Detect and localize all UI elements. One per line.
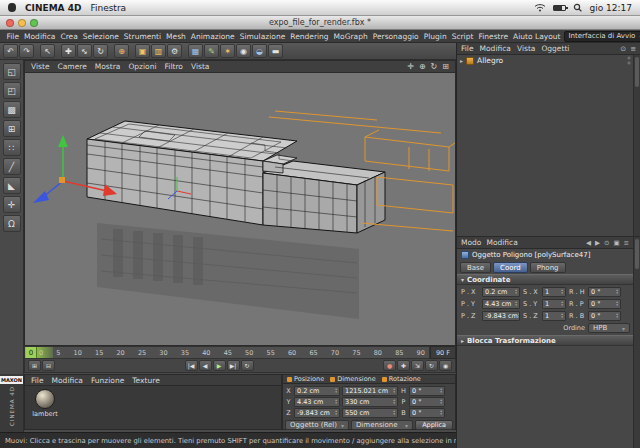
orbit-view-icon[interactable]: ↻ — [431, 62, 438, 71]
menu-animazione[interactable]: Animazione — [188, 32, 237, 41]
om-scrollbar[interactable] — [633, 55, 640, 236]
texture-mode-button[interactable]: ▩ — [3, 101, 21, 118]
attr-rb-field[interactable]: 0 ° — [588, 311, 621, 321]
rotation-b-field[interactable]: 0 ° — [409, 408, 445, 418]
position-x-field[interactable]: 0.2 cm — [294, 386, 340, 396]
redo-button[interactable]: ↷ — [19, 44, 34, 58]
attr-sy-field[interactable]: 1 — [542, 299, 566, 309]
rotation-p-field[interactable]: 0 ° — [409, 397, 445, 407]
menu-icon[interactable]: ≡ — [624, 239, 629, 247]
section-coordinate[interactable]: ▾ Coordinate — [457, 274, 640, 285]
timeline-playhead[interactable]: 0 — [26, 347, 37, 358]
object-mode-dropdown[interactable]: Oggetto (Rel)▾ — [285, 420, 349, 430]
tab-phong[interactable]: Phong — [530, 262, 566, 273]
mat-menu-texture[interactable]: Texture — [132, 376, 159, 385]
vp-menu-opzioni[interactable]: Opzioni — [128, 62, 156, 71]
size-mode-dropdown[interactable]: Dimensione▾ — [351, 420, 413, 430]
section-blocca-trasformazione[interactable]: ▸ Blocca Trasformazione — [457, 335, 640, 346]
coordinate-system-button[interactable]: ⊕ — [114, 44, 129, 58]
apply-button[interactable]: Applica — [415, 420, 453, 430]
end-frame-field[interactable]: 90 F — [430, 346, 456, 359]
previous-key-button[interactable]: ◀ — [199, 360, 212, 371]
tab-coord[interactable]: Coord — [493, 262, 528, 273]
history-back-icon[interactable]: ◀ — [586, 239, 591, 247]
polygons-mode-button[interactable]: ◣ — [3, 177, 21, 194]
move-tool-button[interactable]: ✚ — [61, 44, 76, 58]
size-z-field[interactable]: 550 cm — [342, 408, 398, 418]
vp-menu-viste[interactable]: Viste — [31, 62, 50, 71]
render-settings-button[interactable]: ⚙ — [167, 44, 182, 58]
record-keyframe-button[interactable]: ● — [383, 360, 396, 371]
attr-pz-field[interactable]: -9.843 cm — [482, 311, 520, 321]
om-menu-oggetti[interactable]: Oggetti — [541, 44, 569, 53]
wifi-icon[interactable] — [534, 3, 546, 12]
vp-menu-mostra[interactable]: Mostra — [95, 62, 121, 71]
edges-mode-button[interactable]: ╱ — [3, 158, 21, 175]
undo-button[interactable]: ↶ — [3, 44, 18, 58]
workplane-mode-button[interactable]: ⊞ — [3, 120, 21, 137]
timeline-ruler[interactable]: 0 0 5 10 15 20 25 30 35 40 45 50 55 60 6… — [24, 346, 456, 359]
add-camera-button[interactable]: ◉ — [236, 44, 251, 58]
add-primitive-button[interactable]: ▦ — [188, 44, 203, 58]
apple-menu-icon[interactable] — [8, 3, 16, 12]
record-scale-button[interactable]: ⇲ — [411, 360, 424, 371]
menu-selezione[interactable]: Selezione — [80, 32, 121, 41]
tab-rotazione[interactable]: Rotazione — [382, 375, 421, 383]
expand-icon[interactable]: ▸ — [460, 57, 463, 64]
vp-menu-vista[interactable]: Vista — [191, 62, 210, 71]
am-menu-modifica[interactable]: Modifica — [486, 238, 517, 247]
ordine-dropdown[interactable]: HPB▾ — [588, 323, 630, 333]
snap-button[interactable]: Ω — [3, 215, 21, 232]
menu-script[interactable]: Script — [449, 32, 476, 41]
model-mode-button[interactable]: ◰ — [3, 82, 21, 99]
size-x-field[interactable]: 1215.021 cm — [342, 386, 398, 396]
size-y-field[interactable]: 330 cm — [342, 397, 398, 407]
material-item[interactable]: lambert — [30, 389, 60, 418]
menu-icon[interactable]: ≡ — [630, 45, 636, 53]
mat-menu-modifica[interactable]: Modifica — [52, 376, 83, 385]
om-menu-modifica[interactable]: Modifica — [480, 44, 511, 53]
menu-file[interactable]: File — [4, 32, 22, 41]
am-menu-modo[interactable]: Modo — [461, 238, 481, 247]
om-menu-vista[interactable]: Vista — [517, 44, 536, 53]
render-region-button[interactable]: ▥ — [151, 44, 166, 58]
attr-rp-field[interactable]: 0 ° — [588, 299, 621, 309]
make-editable-button[interactable]: ◱ — [3, 63, 21, 80]
mat-menu-file[interactable]: File — [31, 376, 44, 385]
record-params-button[interactable]: ◉ — [439, 360, 452, 371]
menu-personaggio[interactable]: Personaggio — [370, 32, 421, 41]
object-name[interactable]: Allegro — [477, 56, 503, 65]
window-titlebar[interactable]: expo_file_for_render.fbx * — [0, 16, 640, 30]
menu-mesh[interactable]: Mesh — [164, 32, 189, 41]
viewport-canvas[interactable] — [25, 73, 455, 345]
add-floor-button[interactable]: ▬ — [268, 44, 283, 58]
live-selection-button[interactable]: ↖ — [40, 44, 55, 58]
position-z-field[interactable]: -9.843 cm — [294, 408, 340, 418]
enable-axis-button[interactable]: ✛ — [3, 196, 21, 213]
points-mode-button[interactable]: ∷ — [3, 139, 21, 156]
object-manager[interactable]: ▸ Allegro — [457, 55, 640, 237]
zoom-view-icon[interactable]: ⊕ — [419, 62, 426, 71]
macos-menu-finestra[interactable]: Finestra — [90, 3, 126, 13]
record-position-button[interactable]: ✚ — [397, 360, 410, 371]
play-button[interactable]: ▶ — [213, 360, 226, 371]
am-scrollbar[interactable] — [633, 237, 640, 448]
vp-menu-camere[interactable]: Camere — [58, 62, 87, 71]
menu-rendering[interactable]: Rendering — [288, 32, 331, 41]
toggle-views-icon[interactable]: ⊞ — [442, 62, 449, 71]
scale-tool-button[interactable]: ↔ — [77, 44, 92, 58]
macos-app-name[interactable]: CINEMA 4D — [25, 3, 81, 13]
timeline-option-b-button[interactable]: ⊟ — [42, 360, 55, 371]
tab-base[interactable]: Base — [460, 262, 491, 273]
add-sky-button[interactable]: ◒ — [252, 44, 267, 58]
menu-crea[interactable]: Crea — [58, 32, 80, 41]
menubar-clock[interactable]: gio 12:17 — [589, 3, 632, 13]
history-forward-icon[interactable]: ▶ — [595, 239, 600, 247]
attr-py-field[interactable]: 4.43 cm — [482, 299, 520, 309]
tab-posizione[interactable]: Posizione — [287, 375, 324, 383]
menu-simulazione[interactable]: Simulazione — [237, 32, 288, 41]
pan-view-icon[interactable]: ✛ — [407, 62, 414, 71]
layout-dropdown[interactable]: Interfaccia di Avvio ▾ — [564, 31, 640, 42]
attr-rh-field[interactable]: 0 ° — [588, 287, 621, 297]
material-thumbnail[interactable] — [35, 389, 55, 409]
